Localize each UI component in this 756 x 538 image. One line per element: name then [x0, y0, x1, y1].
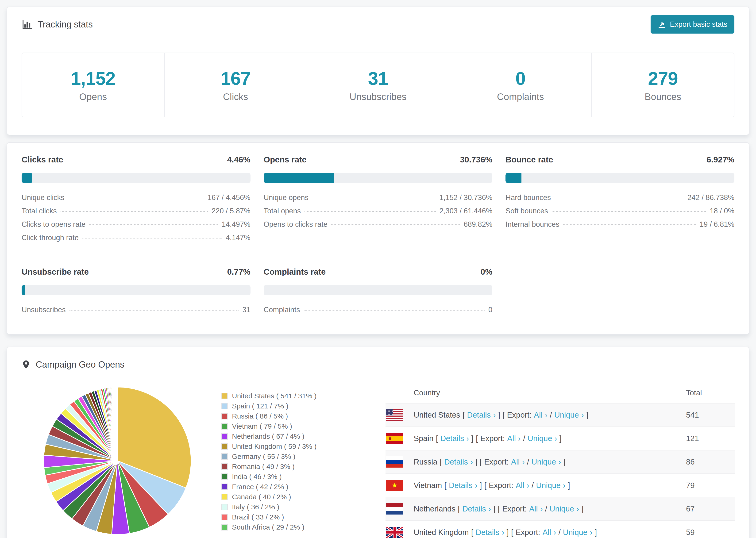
legend-swatch: [221, 504, 228, 510]
total-column-header: Total: [686, 389, 735, 397]
rates-card: Clicks rate 4.46% Unique clicks 167 / 4.…: [7, 142, 749, 335]
rate-block: Unsubscribe rate 0.77% Unsubscribes 31: [22, 267, 250, 319]
country-total: 541: [686, 410, 735, 419]
export-all-chevron[interactable]: ›: [553, 528, 556, 537]
rate-stat-row: Clicks to opens rate 14.497%: [22, 220, 250, 234]
tracking-stats-title-text: Tracking stats: [37, 20, 93, 29]
export-unique-link[interactable]: Unique: [550, 505, 574, 513]
export-basic-stats-button[interactable]: Export basic stats: [651, 15, 734, 33]
legend-swatch: [221, 494, 228, 500]
legend-swatch: [221, 393, 228, 399]
dotted-leader: [89, 224, 218, 225]
details-link[interactable]: Details: [476, 528, 499, 537]
rate-stat-label: Opens to clicks rate: [264, 220, 328, 229]
export-all-link[interactable]: All: [511, 457, 520, 466]
details-chevron[interactable]: ›: [493, 410, 496, 419]
legend-swatch: [221, 403, 228, 409]
slash: /: [523, 434, 525, 443]
table-row: Spain [Details›] [Export:All›/Unique›] 1…: [386, 426, 735, 450]
stat-value: 0: [515, 68, 525, 89]
export-all-link[interactable]: All: [529, 505, 538, 513]
stat-value: 1,152: [71, 68, 115, 89]
export-label: Export:: [480, 434, 505, 443]
details-link[interactable]: Details: [441, 434, 464, 443]
geo-legend: United States ( 541 / 31% ) Spain ( 121 …: [221, 391, 316, 532]
legend-item: Germany ( 55 / 3% ): [221, 452, 316, 461]
rate-progress-fill: [264, 173, 334, 183]
geo-title-text: Campaign Geo Opens: [36, 360, 125, 370]
details-link[interactable]: Details: [462, 505, 486, 513]
export-unique-link[interactable]: Unique: [554, 410, 579, 419]
export-all-chevron[interactable]: ›: [540, 505, 543, 513]
export-all-link[interactable]: All: [507, 434, 516, 443]
rate-stat-row: Total clicks 220 / 5.87%: [22, 207, 250, 220]
rate-title: Unsubscribe rate: [22, 267, 89, 277]
legend-label: Vietnam ( 79 / 5% ): [232, 422, 292, 430]
stats-row: 1,152 Opens 167 Clicks 31 Unsubscribes 0…: [22, 53, 734, 117]
export-unique-chevron[interactable]: ›: [563, 481, 566, 490]
export-unique-chevron[interactable]: ›: [555, 434, 557, 443]
details-chevron[interactable]: ›: [470, 457, 473, 466]
export-unique-link[interactable]: Unique: [563, 528, 588, 537]
rate-stat-row: Opens to clicks rate 689.82%: [264, 220, 493, 234]
export-unique-link[interactable]: Unique: [527, 434, 552, 443]
details-link[interactable]: Details: [449, 481, 473, 490]
dotted-leader: [304, 211, 436, 212]
details-link[interactable]: Details: [467, 410, 491, 419]
tracking-stats-card: Tracking stats Export basic stats 1,152 …: [7, 7, 749, 135]
rate-stat-value: 31: [242, 306, 250, 314]
table-row: Netherlands [Details›] [Export:All›/Uniq…: [386, 497, 735, 520]
rate-stat-value: 242 / 86.738%: [687, 193, 734, 202]
details-link[interactable]: Details: [444, 457, 468, 466]
legend-swatch: [221, 433, 228, 440]
export-all-chevron[interactable]: ›: [518, 434, 521, 443]
export-all-chevron[interactable]: ›: [522, 457, 525, 466]
dotted-leader: [61, 211, 208, 212]
bracket-open-2: [: [484, 481, 486, 490]
legend-item: United States ( 541 / 31% ): [221, 391, 316, 401]
bracket-close-2: ]: [568, 481, 570, 490]
rate-stat-label: Internal bounces: [506, 220, 559, 229]
legend-item: Vietnam ( 79 / 5% ): [221, 421, 316, 431]
dotted-leader: [70, 310, 239, 310]
export-all-link[interactable]: All: [543, 528, 551, 537]
slash: /: [531, 481, 534, 490]
tracking-stats-title: Tracking stats: [22, 19, 93, 30]
export-icon: [658, 20, 666, 28]
table-row: United States [Details›] [Export:All›/Un…: [386, 403, 735, 426]
map-pin-icon: [22, 359, 30, 370]
bracket-open: [: [440, 457, 442, 466]
flag-nl-icon: [386, 503, 404, 514]
stat-label: Complaints: [497, 91, 544, 102]
rates-grid: Clicks rate 4.46% Unique clicks 167 / 4.…: [22, 155, 734, 319]
export-all-link[interactable]: All: [515, 481, 524, 490]
export-all-chevron[interactable]: ›: [545, 410, 548, 419]
rate-rows: Unsubscribes 31: [22, 306, 250, 319]
legend-swatch: [221, 473, 228, 480]
geo-title: Campaign Geo Opens: [22, 359, 125, 370]
details-chevron[interactable]: ›: [502, 528, 504, 537]
export-unique-chevron[interactable]: ›: [581, 410, 584, 419]
country-total: 79: [686, 481, 735, 490]
details-chevron[interactable]: ›: [488, 505, 491, 513]
rate-percent: 0.77%: [227, 267, 250, 277]
dotted-leader: [552, 211, 706, 212]
export-label: Export:: [489, 481, 513, 490]
rate-progress-fill: [506, 173, 521, 183]
country-name: Netherlands: [414, 505, 456, 513]
legend-label: Netherlands ( 67 / 4% ): [232, 432, 304, 440]
export-unique-chevron[interactable]: ›: [576, 505, 579, 513]
legend-label: Germany ( 55 / 3% ): [232, 453, 296, 460]
legend-swatch: [221, 413, 228, 419]
export-unique-link[interactable]: Unique: [536, 481, 561, 490]
details-chevron[interactable]: ›: [466, 434, 469, 443]
export-unique-chevron[interactable]: ›: [558, 457, 561, 466]
export-all-link[interactable]: All: [534, 410, 543, 419]
rate-stat-label: Total opens: [264, 207, 301, 215]
details-chevron[interactable]: ›: [475, 481, 477, 490]
country-total: 67: [686, 505, 735, 513]
export-unique-chevron[interactable]: ›: [590, 528, 592, 537]
export-unique-link[interactable]: Unique: [531, 457, 556, 466]
export-all-chevron[interactable]: ›: [527, 481, 529, 490]
rate-progress-fill: [22, 285, 25, 295]
